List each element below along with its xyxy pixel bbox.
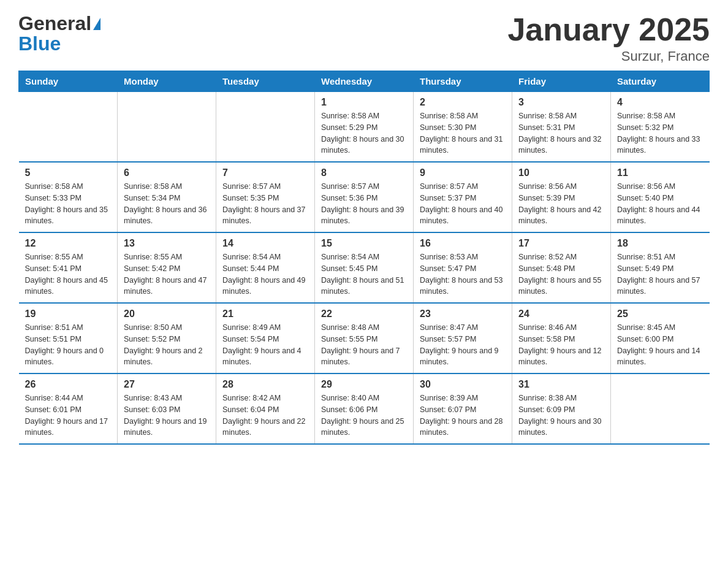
day-info: Sunrise: 8:54 AMSunset: 5:45 PMDaylight:…	[321, 251, 407, 297]
calendar-week-row: 19Sunrise: 8:51 AMSunset: 5:51 PMDayligh…	[19, 303, 710, 373]
logo-general-text: General	[18, 12, 91, 35]
day-number: 9	[420, 167, 506, 178]
day-info: Sunrise: 8:40 AMSunset: 6:06 PMDaylight:…	[321, 393, 407, 439]
calendar-day-cell: 13Sunrise: 8:55 AMSunset: 5:42 PMDayligh…	[118, 232, 216, 303]
day-info: Sunrise: 8:49 AMSunset: 5:54 PMDaylight:…	[222, 322, 308, 368]
calendar-table: SundayMondayTuesdayWednesdayThursdayFrid…	[18, 71, 710, 445]
day-info: Sunrise: 8:57 AMSunset: 5:35 PMDaylight:…	[222, 181, 308, 227]
calendar-day-cell: 17Sunrise: 8:52 AMSunset: 5:48 PMDayligh…	[512, 232, 611, 303]
calendar-day-cell: 16Sunrise: 8:53 AMSunset: 5:47 PMDayligh…	[414, 232, 512, 303]
calendar-week-row: 26Sunrise: 8:44 AMSunset: 6:01 PMDayligh…	[19, 373, 710, 444]
day-info: Sunrise: 8:52 AMSunset: 5:48 PMDaylight:…	[518, 251, 604, 297]
day-info: Sunrise: 8:54 AMSunset: 5:44 PMDaylight:…	[222, 251, 308, 297]
day-info: Sunrise: 8:53 AMSunset: 5:47 PMDaylight:…	[420, 251, 506, 297]
day-number: 12	[25, 238, 112, 249]
title-section: January 2025 Surzur, France	[507, 12, 710, 64]
calendar-day-cell	[611, 373, 710, 444]
day-info: Sunrise: 8:47 AMSunset: 5:57 PMDaylight:…	[420, 322, 506, 368]
page-header: General Blue January 2025 Surzur, France	[18, 12, 710, 64]
day-info: Sunrise: 8:51 AMSunset: 5:49 PMDaylight:…	[617, 251, 703, 297]
calendar-day-cell: 27Sunrise: 8:43 AMSunset: 6:03 PMDayligh…	[118, 373, 216, 444]
logo-blue-text: Blue	[18, 33, 61, 55]
calendar-day-cell: 15Sunrise: 8:54 AMSunset: 5:45 PMDayligh…	[315, 232, 414, 303]
location-label: Surzur, France	[507, 48, 710, 64]
calendar-day-cell: 12Sunrise: 8:55 AMSunset: 5:41 PMDayligh…	[19, 232, 118, 303]
day-number: 15	[321, 238, 407, 249]
calendar-day-cell: 19Sunrise: 8:51 AMSunset: 5:51 PMDayligh…	[19, 303, 118, 373]
day-number: 21	[222, 308, 308, 320]
calendar-day-cell	[118, 92, 216, 163]
day-info: Sunrise: 8:46 AMSunset: 5:58 PMDaylight:…	[518, 322, 604, 368]
day-number: 26	[25, 379, 112, 390]
day-of-week-header: Tuesday	[216, 71, 315, 92]
calendar-day-cell: 8Sunrise: 8:57 AMSunset: 5:36 PMDaylight…	[315, 162, 414, 232]
day-number: 29	[321, 379, 407, 390]
day-of-week-header: Saturday	[611, 71, 710, 92]
day-number: 10	[518, 167, 604, 178]
day-number: 27	[124, 379, 210, 390]
calendar-day-cell: 23Sunrise: 8:47 AMSunset: 5:57 PMDayligh…	[414, 303, 512, 373]
day-info: Sunrise: 8:42 AMSunset: 6:04 PMDaylight:…	[222, 393, 308, 439]
day-number: 2	[420, 97, 506, 108]
day-info: Sunrise: 8:58 AMSunset: 5:34 PMDaylight:…	[124, 181, 210, 227]
day-number: 19	[25, 308, 112, 320]
day-info: Sunrise: 8:57 AMSunset: 5:37 PMDaylight:…	[420, 181, 506, 227]
day-number: 1	[321, 97, 407, 108]
day-number: 20	[124, 308, 210, 320]
day-number: 5	[25, 167, 112, 178]
day-number: 31	[518, 379, 604, 390]
day-info: Sunrise: 8:43 AMSunset: 6:03 PMDaylight:…	[124, 393, 210, 439]
calendar-day-cell: 24Sunrise: 8:46 AMSunset: 5:58 PMDayligh…	[512, 303, 611, 373]
calendar-day-cell: 28Sunrise: 8:42 AMSunset: 6:04 PMDayligh…	[216, 373, 315, 444]
day-number: 8	[321, 167, 407, 178]
logo: General Blue	[18, 12, 100, 55]
day-info: Sunrise: 8:56 AMSunset: 5:40 PMDaylight:…	[617, 181, 703, 227]
day-info: Sunrise: 8:48 AMSunset: 5:55 PMDaylight:…	[321, 322, 407, 368]
day-number: 3	[518, 97, 604, 108]
calendar-day-cell: 6Sunrise: 8:58 AMSunset: 5:34 PMDaylight…	[118, 162, 216, 232]
day-info: Sunrise: 8:58 AMSunset: 5:31 PMDaylight:…	[518, 110, 604, 156]
day-number: 6	[124, 167, 210, 178]
calendar-day-cell	[19, 92, 118, 163]
day-info: Sunrise: 8:44 AMSunset: 6:01 PMDaylight:…	[25, 393, 112, 439]
calendar-day-cell: 22Sunrise: 8:48 AMSunset: 5:55 PMDayligh…	[315, 303, 414, 373]
day-info: Sunrise: 8:38 AMSunset: 6:09 PMDaylight:…	[518, 393, 604, 439]
calendar-day-cell: 21Sunrise: 8:49 AMSunset: 5:54 PMDayligh…	[216, 303, 315, 373]
day-number: 13	[124, 238, 210, 249]
month-title: January 2025	[507, 12, 710, 47]
day-info: Sunrise: 8:50 AMSunset: 5:52 PMDaylight:…	[124, 322, 210, 368]
calendar-day-cell: 30Sunrise: 8:39 AMSunset: 6:07 PMDayligh…	[414, 373, 512, 444]
day-of-week-header: Thursday	[414, 71, 512, 92]
day-info: Sunrise: 8:39 AMSunset: 6:07 PMDaylight:…	[420, 393, 506, 439]
day-number: 30	[420, 379, 506, 390]
calendar-day-cell: 1Sunrise: 8:58 AMSunset: 5:29 PMDaylight…	[315, 92, 414, 163]
logo-triangle-icon	[93, 18, 100, 30]
day-number: 17	[518, 238, 604, 249]
calendar-day-cell: 7Sunrise: 8:57 AMSunset: 5:35 PMDaylight…	[216, 162, 315, 232]
calendar-day-cell: 14Sunrise: 8:54 AMSunset: 5:44 PMDayligh…	[216, 232, 315, 303]
day-of-week-header: Friday	[512, 71, 611, 92]
day-number: 14	[222, 238, 308, 249]
day-number: 28	[222, 379, 308, 390]
day-number: 16	[420, 238, 506, 249]
calendar-day-cell: 31Sunrise: 8:38 AMSunset: 6:09 PMDayligh…	[512, 373, 611, 444]
calendar-week-row: 5Sunrise: 8:58 AMSunset: 5:33 PMDaylight…	[19, 162, 710, 232]
calendar-header-row: SundayMondayTuesdayWednesdayThursdayFrid…	[19, 71, 710, 92]
calendar-day-cell: 25Sunrise: 8:45 AMSunset: 6:00 PMDayligh…	[611, 303, 710, 373]
calendar-week-row: 1Sunrise: 8:58 AMSunset: 5:29 PMDaylight…	[19, 92, 710, 163]
day-info: Sunrise: 8:55 AMSunset: 5:42 PMDaylight:…	[124, 251, 210, 297]
calendar-day-cell: 9Sunrise: 8:57 AMSunset: 5:37 PMDaylight…	[414, 162, 512, 232]
day-number: 11	[617, 167, 703, 178]
day-info: Sunrise: 8:51 AMSunset: 5:51 PMDaylight:…	[25, 322, 112, 368]
day-number: 23	[420, 308, 506, 320]
day-info: Sunrise: 8:58 AMSunset: 5:32 PMDaylight:…	[617, 110, 703, 156]
calendar-day-cell: 10Sunrise: 8:56 AMSunset: 5:39 PMDayligh…	[512, 162, 611, 232]
day-info: Sunrise: 8:57 AMSunset: 5:36 PMDaylight:…	[321, 181, 407, 227]
calendar-week-row: 12Sunrise: 8:55 AMSunset: 5:41 PMDayligh…	[19, 232, 710, 303]
calendar-day-cell: 29Sunrise: 8:40 AMSunset: 6:06 PMDayligh…	[315, 373, 414, 444]
day-info: Sunrise: 8:45 AMSunset: 6:00 PMDaylight:…	[617, 322, 703, 368]
day-of-week-header: Sunday	[19, 71, 118, 92]
day-number: 25	[617, 308, 703, 320]
day-number: 22	[321, 308, 407, 320]
day-info: Sunrise: 8:58 AMSunset: 5:33 PMDaylight:…	[25, 181, 112, 227]
